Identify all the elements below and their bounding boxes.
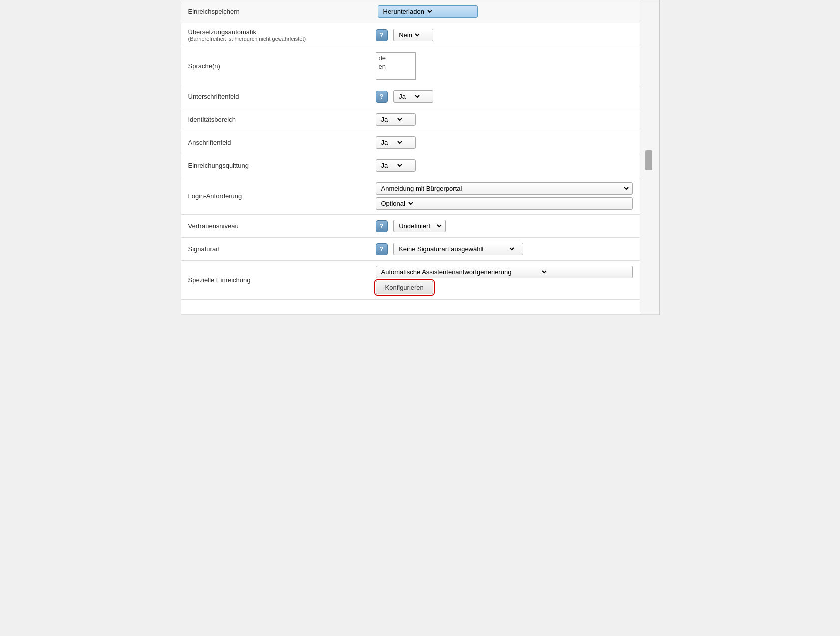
identitaetsbereich-select[interactable]: Ja Nein	[378, 115, 404, 124]
konfigurieren-button[interactable]: Konfigurieren	[376, 281, 433, 294]
row-label-sprachen: Sprache(n)	[181, 47, 371, 85]
row-label-einreichspeichern: Einreichspeichern	[181, 0, 371, 23]
table-row: Sprache(n) de en	[181, 47, 659, 85]
vertrauensniveau-select[interactable]: Undefiniert Niedrig Substanziell Hoch	[396, 222, 443, 230]
select-uebersetzungsautomatik[interactable]: Nein Ja	[393, 29, 433, 41]
info-btn-unterschriftenfeld[interactable]: ?	[376, 91, 388, 103]
table-row: Einreichspeichern Herunterladen Speicher…	[181, 0, 659, 23]
row-control-einreichspeichern: Herunterladen Speichern	[371, 0, 640, 23]
table-row: Einreichungsquittung Ja Nein	[181, 154, 659, 177]
table-row: Unterschriftenfeld ? Ja Nein	[181, 85, 659, 108]
info-btn-signaturart[interactable]: ?	[376, 243, 388, 255]
scrollbar-thumb[interactable]	[645, 150, 652, 170]
anschriftenfeld-select[interactable]: Ja Nein	[378, 138, 404, 147]
row-label-anschriftenfeld: Anschriftenfeld	[181, 131, 371, 154]
info-btn-uebersetzungsautomatik[interactable]: ?	[376, 29, 388, 41]
row-control-vertrauensniveau: ? Undefiniert Niedrig Substanziell Hoch	[371, 215, 640, 238]
main-container: Einreichspeichern Herunterladen Speicher…	[181, 0, 660, 315]
row-label-spezielle-einreichung: Spezielle Einreichung	[181, 261, 371, 300]
row-label-vertrauensniveau: Vertrauensniveau	[181, 215, 371, 238]
listbox-item: de	[377, 54, 414, 62]
scrollbar	[640, 0, 659, 315]
select-identitaetsbereich[interactable]: Ja Nein	[376, 113, 416, 126]
unterschriftenfeld-select[interactable]: Ja Nein	[396, 92, 421, 101]
empty-cell	[181, 300, 371, 315]
row-control-identitaetsbereich: Ja Nein	[371, 108, 640, 131]
select-einreichspeichern[interactable]: Herunterladen Speichern	[378, 5, 478, 18]
table-row: Spezielle Einreichung Automatische Assis…	[181, 261, 659, 300]
signaturart-select[interactable]: Keine Signaturart ausgewählt Qualifizier…	[396, 245, 516, 253]
table-row: Anschriftenfeld Ja Nein	[181, 131, 659, 154]
row-control-signaturart: ? Keine Signaturart ausgewählt Qualifizi…	[371, 238, 640, 261]
listbox-item: en	[377, 62, 414, 71]
login-anforderung-select-1[interactable]: Anmeldung mit Bürgerportal Keine Anmeldu…	[378, 184, 630, 193]
scrollbar-track	[645, 150, 652, 170]
row-control-login-anforderung: Anmeldung mit Bürgerportal Keine Anmeldu…	[371, 177, 640, 215]
row-control-uebersetzungsautomatik: ? Nein Ja	[371, 23, 640, 47]
table-row-empty	[181, 300, 659, 315]
einreichspeichern-select[interactable]: Herunterladen Speichern	[380, 7, 434, 16]
row-label-uebersetzungsautomatik: Übersetzungsautomatik (Barrierefreiheit …	[181, 23, 371, 47]
row-control-sprachen: de en	[371, 47, 640, 85]
table-row: Signaturart ? Keine Signaturart ausgewäh…	[181, 238, 659, 261]
settings-table: Einreichspeichern Herunterladen Speicher…	[181, 0, 659, 315]
row-control-anschriftenfeld: Ja Nein	[371, 131, 640, 154]
select-anschriftenfeld[interactable]: Ja Nein	[376, 136, 416, 149]
row-label-einreichungsquittung: Einreichungsquittung	[181, 154, 371, 177]
login-anforderung-select-2[interactable]: Optional Pflicht	[378, 199, 415, 208]
row-control-einreichungsquittung: Ja Nein	[371, 154, 640, 177]
info-btn-vertrauensniveau[interactable]: ?	[376, 220, 388, 232]
uebersetzungsautomatik-select[interactable]: Nein Ja	[396, 31, 421, 39]
row-control-spezielle-einreichung: Automatische Assistentenantwortgenerieru…	[371, 261, 640, 300]
select-einreichungsquittung[interactable]: Ja Nein	[376, 159, 416, 172]
table-row: Login-Anforderung Anmeldung mit Bürgerpo…	[181, 177, 659, 215]
row-label-identitaetsbereich: Identitätsbereich	[181, 108, 371, 131]
select-signaturart[interactable]: Keine Signaturart ausgewählt Qualifizier…	[393, 243, 523, 255]
row-label-unterschriftenfeld: Unterschriftenfeld	[181, 85, 371, 108]
table-row: Übersetzungsautomatik (Barrierefreiheit …	[181, 23, 659, 47]
table-row: Vertrauensniveau ? Undefiniert Niedrig S…	[181, 215, 659, 238]
select-login-anforderung-2[interactable]: Optional Pflicht	[376, 197, 633, 210]
sprachen-listbox[interactable]: de en	[376, 52, 416, 80]
select-login-anforderung-1[interactable]: Anmeldung mit Bürgerportal Keine Anmeldu…	[376, 182, 633, 195]
empty-cell	[371, 300, 640, 315]
row-control-unterschriftenfeld: ? Ja Nein	[371, 85, 640, 108]
select-vertrauensniveau[interactable]: Undefiniert Niedrig Substanziell Hoch	[393, 220, 446, 232]
einreichungsquittung-select[interactable]: Ja Nein	[378, 161, 404, 170]
row-label-login-anforderung: Login-Anforderung	[181, 177, 371, 215]
select-spezielle-einreichung[interactable]: Automatische Assistentenantwortgenerieru…	[376, 266, 633, 278]
spezielle-einreichung-select[interactable]: Automatische Assistentenantwortgenerieru…	[378, 268, 548, 276]
select-unterschriftenfeld[interactable]: Ja Nein	[393, 90, 433, 103]
row-label-signaturart: Signaturart	[181, 238, 371, 261]
table-row: Identitätsbereich Ja Nein	[181, 108, 659, 131]
